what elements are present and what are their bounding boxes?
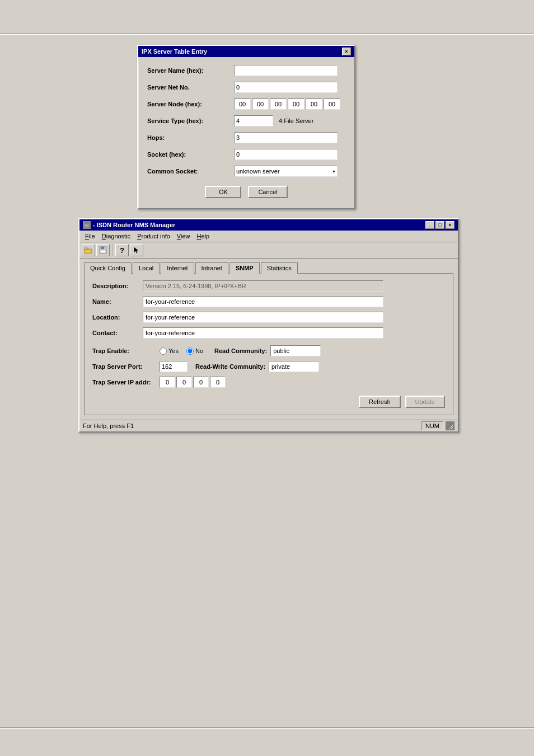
nms-close-button[interactable]: × (446, 221, 455, 229)
toolbar-save-button[interactable] (96, 244, 110, 256)
toolbar-cursor-button[interactable] (130, 244, 143, 256)
toolbar-help-button[interactable]: ? (115, 244, 129, 256)
trap-no-label: No (195, 348, 203, 354)
name-input[interactable] (143, 296, 383, 307)
nms-maximize-button[interactable]: □ (435, 221, 444, 229)
trap-radio-group: Yes No (160, 348, 203, 355)
trap-no-radio[interactable] (186, 348, 194, 355)
node-octet-5[interactable] (306, 98, 322, 110)
hops-label: Hops: (147, 134, 234, 141)
trap-ip-octet-2[interactable] (176, 377, 192, 388)
trap-yes-option[interactable]: Yes (160, 348, 179, 355)
trap-ip-label: Trap Server IP addr: (92, 379, 160, 386)
ipx-dialog-buttons: OK Cancel (147, 186, 345, 198)
read-community-label: Read Community: (214, 348, 267, 354)
tab-statistics[interactable]: Statistics (261, 262, 298, 274)
nms-window-title: - ISDN Router NMS Manager (93, 222, 175, 228)
toolbar-open-button[interactable] (82, 244, 95, 256)
service-type-input[interactable] (234, 115, 273, 126)
bottom-divider (0, 727, 534, 729)
svg-line-8 (449, 425, 453, 429)
contact-row: Contact: (92, 327, 445, 339)
update-button[interactable]: Update (405, 396, 445, 408)
snmp-tab-content: Description: Name: Location: Contact: Tr… (84, 273, 453, 415)
trap-yes-radio[interactable] (160, 348, 167, 355)
node-octet-6[interactable] (324, 98, 340, 110)
save-icon (99, 246, 107, 254)
trap-ip-row: Trap Server IP addr: (92, 377, 445, 388)
service-type-row: Service Type (hex): 4:File Server (147, 115, 345, 126)
menu-help[interactable]: Help (194, 232, 213, 241)
trap-ip-octet-4[interactable] (210, 377, 226, 388)
trap-port-row: Trap Server Port: Read-Write Community: (92, 361, 445, 372)
tab-internet[interactable]: Internet (161, 262, 194, 274)
server-net-label: Server Net No. (147, 84, 234, 91)
resize-icon (447, 423, 453, 429)
ipx-close-button[interactable]: × (342, 48, 351, 55)
nms-titlebar-title: - ISDN Router NMS Manager (83, 221, 175, 229)
server-net-row: Server Net No. (147, 82, 345, 93)
common-socket-row: Common Socket: unknown server NCP Server… (147, 166, 345, 177)
service-type-desc: 4:File Server (279, 118, 313, 124)
server-name-row: Server Name (hex): (147, 65, 345, 76)
common-socket-wrapper: unknown server NCP Server SAP RIP Echo E… (234, 166, 338, 177)
trap-port-input[interactable] (160, 361, 188, 372)
server-node-inputs (234, 98, 340, 110)
server-name-input[interactable] (234, 65, 338, 76)
tab-quick-config[interactable]: Quick Config (84, 262, 132, 274)
arrow-cursor-icon (133, 246, 140, 254)
server-net-input[interactable] (234, 82, 338, 93)
trap-ip-octet-1[interactable] (160, 377, 175, 388)
tab-snmp[interactable]: SNMP (229, 262, 260, 274)
location-input[interactable] (143, 312, 383, 323)
svg-rect-6 (100, 250, 106, 253)
svg-rect-1 (86, 223, 88, 224)
menu-productinfo[interactable]: Product info (134, 232, 174, 241)
description-label: Description: (92, 283, 143, 289)
status-help-text: For Help, press F1 (83, 422, 134, 429)
resize-grip[interactable] (446, 421, 455, 430)
nms-toolbar: ? (79, 242, 458, 259)
trap-no-option[interactable]: No (186, 348, 203, 355)
svg-rect-5 (101, 247, 104, 249)
hops-input[interactable] (234, 132, 338, 143)
node-octet-1[interactable] (234, 98, 251, 110)
read-community-input[interactable] (270, 345, 321, 356)
ipx-cancel-button[interactable]: Cancel (248, 186, 287, 198)
description-input (143, 280, 383, 292)
node-octet-4[interactable] (288, 98, 305, 110)
status-right: NUM (421, 421, 455, 430)
server-name-label: Server Name (hex): (147, 67, 234, 74)
rw-community-input[interactable] (269, 361, 319, 372)
service-type-inputs: 4:File Server (234, 115, 313, 126)
contact-input[interactable] (143, 327, 383, 339)
trap-enable-label: Trap Enable: (92, 348, 160, 354)
ipx-dialog-body: Server Name (hex): Server Net No. Server… (138, 57, 354, 208)
tab-intranet[interactable]: Intranet (195, 262, 228, 274)
nms-status-bar: For Help, press F1 NUM (79, 420, 458, 431)
service-type-label: Service Type (hex): (147, 118, 234, 124)
node-octet-2[interactable] (252, 98, 269, 110)
trap-yes-label: Yes (168, 348, 179, 354)
svg-line-9 (451, 427, 453, 429)
menu-diagnostic[interactable]: Diagnostic (99, 232, 134, 241)
description-row: Description: (92, 280, 445, 292)
common-socket-select[interactable]: unknown server NCP Server SAP RIP Echo E… (234, 166, 338, 177)
nms-window-icon (83, 221, 91, 229)
socket-input[interactable] (234, 149, 338, 160)
common-socket-label: Common Socket: (147, 168, 234, 175)
ipx-ok-button[interactable]: OK (205, 186, 241, 198)
refresh-button[interactable]: Refresh (359, 396, 401, 408)
name-label: Name: (92, 298, 143, 305)
trap-ip-octet-3[interactable] (193, 377, 209, 388)
menu-file[interactable]: File (82, 232, 99, 241)
menu-view[interactable]: View (174, 232, 194, 241)
contact-label: Contact: (92, 330, 143, 336)
nms-minimize-button[interactable]: _ (425, 221, 434, 229)
node-octet-3[interactable] (270, 98, 287, 110)
tab-local[interactable]: Local (133, 262, 160, 274)
nms-titlebar-buttons: _ □ × (425, 221, 455, 229)
server-node-row: Server Node (hex): (147, 98, 345, 110)
svg-rect-3 (85, 248, 88, 250)
hops-row: Hops: (147, 132, 345, 143)
